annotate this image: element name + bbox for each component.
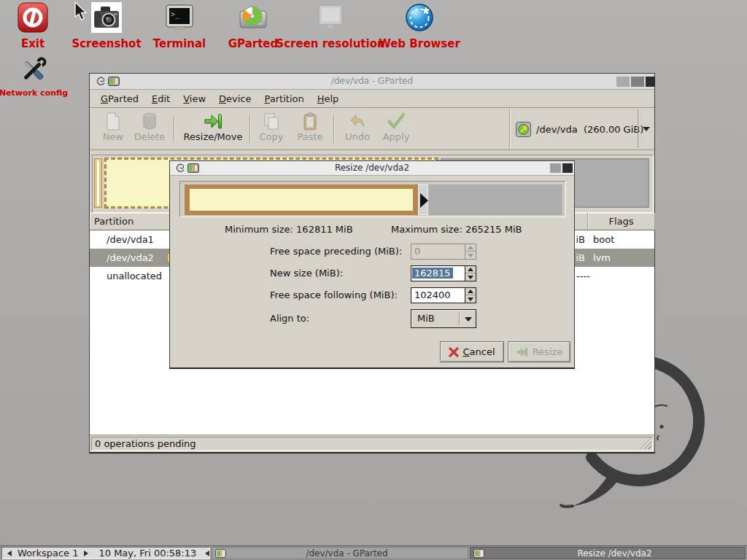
toolbar: New Delete Resize/Move (90, 108, 654, 150)
menu-device[interactable]: Device (212, 92, 258, 106)
partition-block-vda1[interactable] (94, 158, 102, 208)
chevron-down-icon (643, 127, 650, 131)
menu-edit[interactable]: Edit (145, 92, 177, 106)
resize-dialog: Resize /dev/vda2 Minimum size: 162811 Mi… (169, 160, 575, 369)
minimum-size-label: Minimum size: 162811 MiB (225, 224, 353, 235)
resize-slider-partition[interactable] (185, 184, 418, 215)
spin-up-icon (468, 268, 473, 271)
minimize-button[interactable] (616, 77, 630, 87)
free-space-preceding-spinbox[interactable]: 0 (411, 244, 476, 260)
paste-icon (302, 112, 318, 131)
field-label: Align to: (270, 309, 309, 328)
spinbox-value-selected: 162815 (412, 268, 453, 279)
field-row-free-space-following: Free space following (MiB): 102400 (170, 287, 574, 303)
workspace-next-icon[interactable] (84, 551, 88, 556)
spin-down-icon (468, 276, 473, 279)
resize-label: Resize (533, 346, 563, 357)
task-label: /dev/vda - GParted (226, 548, 468, 559)
arrow-right-icon (420, 193, 428, 208)
spinbox-value: 0 (412, 246, 422, 257)
combo-divider (459, 312, 460, 325)
field-row-new-size: New size (MiB): 162815 (170, 265, 574, 281)
menubar: GParted Edit View Device Partition Help (90, 90, 654, 108)
flags-value: lvm (593, 249, 611, 267)
desktop-icon-label: Web Browser (379, 37, 460, 50)
maximize-button[interactable] (631, 77, 644, 87)
main-window-title: /dev/vda - GParted (90, 76, 654, 86)
power-icon (18, 2, 48, 33)
paste-button[interactable]: Paste (293, 112, 328, 147)
delete-button[interactable]: Delete (131, 112, 169, 147)
field-label: New size (MiB): (270, 265, 343, 281)
copy-button[interactable]: Copy (255, 112, 288, 147)
combo-divider (638, 109, 638, 148)
menu-view[interactable]: View (177, 92, 212, 106)
toolbar-separator (249, 115, 250, 143)
resize-grip[interactable] (640, 438, 651, 449)
taskbar: Workspace 1 10 May, Fri 00:58:13 /dev/vd… (0, 545, 747, 560)
spin-down-icon (468, 254, 473, 257)
globe-icon (404, 2, 435, 33)
undo-button[interactable]: Undo (340, 112, 375, 147)
cancel-label: Cancel (462, 346, 495, 357)
statusbar: 0 operations pending (90, 435, 654, 452)
field-label: Free space following (MiB): (270, 287, 398, 303)
resize-move-button[interactable]: Resize/Move (178, 112, 248, 147)
dropdown-value: MiB (417, 313, 435, 324)
gparted-disk-icon (238, 2, 268, 33)
toolbar-separator (333, 115, 334, 143)
partition-name: unallocated (107, 267, 162, 285)
task-label: Resize /dev/vda2 (484, 548, 745, 559)
workspace-prev-icon[interactable] (7, 551, 12, 556)
gparted-app-icon (215, 548, 226, 559)
close-button[interactable] (646, 77, 655, 87)
column-header-flags[interactable]: Flags (588, 213, 655, 230)
desktop-icon-label: Exit (21, 37, 44, 50)
chevron-down-icon (465, 317, 472, 322)
tools-icon (18, 55, 49, 85)
new-size-spinbox[interactable]: 162815 (411, 265, 476, 281)
menu-gparted[interactable]: GParted (94, 92, 145, 106)
device-selector-value: /dev/vda (260.00 GiB) (536, 124, 643, 135)
resize-slider-free-space[interactable] (428, 184, 562, 215)
free-space-following-spinbox[interactable]: 102400 (411, 287, 476, 303)
spinner-arrows[interactable] (465, 266, 476, 281)
main-titlebar[interactable]: /dev/vda - GParted (90, 74, 654, 90)
resize-slider-handle[interactable] (418, 184, 428, 215)
camera-icon (91, 2, 122, 33)
menu-partition[interactable]: Partition (258, 92, 311, 106)
taskbar-task-gparted[interactable]: /dev/vda - GParted (212, 547, 468, 559)
tasklist-prev-icon[interactable] (205, 551, 209, 556)
resize-slider (179, 181, 566, 217)
new-partition-icon (104, 112, 122, 131)
terminal-icon: >_ (164, 2, 195, 33)
close-button[interactable] (562, 163, 573, 173)
partition-name: /dev/vda1 (107, 230, 154, 249)
delete-partition-icon (142, 112, 158, 131)
copy-icon (263, 112, 280, 131)
align-to-dropdown[interactable]: MiB (411, 309, 476, 328)
desktop-icon-label: Screen resolution (276, 37, 384, 50)
apply-button[interactable]: Apply (379, 112, 414, 147)
dialog-titlebar[interactable]: Resize /dev/vda2 (170, 161, 574, 176)
field-label: Free space preceding (MiB): (270, 244, 402, 260)
size-fragment: ---- (576, 267, 590, 285)
desktop-icon-label: Network config (0, 88, 68, 98)
resize-move-icon (204, 112, 223, 131)
spin-up-icon (468, 289, 473, 293)
maximize-button[interactable] (550, 163, 561, 173)
device-selector[interactable]: /dev/vda (260.00 GiB) (509, 108, 654, 149)
new-button[interactable]: New (96, 112, 130, 147)
spinner-arrows[interactable] (465, 244, 476, 259)
operations-pending-text: 0 operations pending (95, 438, 196, 449)
workspace-label[interactable]: Workspace 1 (18, 548, 78, 559)
desktop-icon-label: GParted (228, 37, 279, 50)
cancel-button[interactable]: Cancel (440, 341, 504, 362)
taskbar-task-resize-dialog[interactable]: Resize /dev/vda2 (470, 547, 746, 559)
resize-confirm-button[interactable]: Resize (508, 341, 570, 362)
menu-help[interactable]: Help (311, 92, 346, 106)
spinbox-value: 102400 (412, 289, 453, 300)
spinner-arrows[interactable] (465, 288, 476, 303)
maximum-size-label: Maximum size: 265215 MiB (391, 224, 522, 235)
monitor-icon (315, 2, 346, 33)
